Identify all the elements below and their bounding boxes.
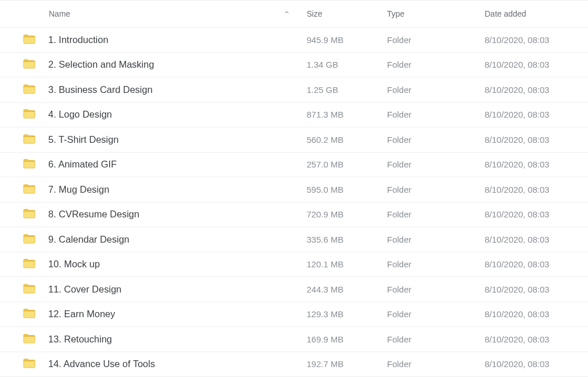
row-type-cell: Folder: [387, 334, 485, 344]
row-name-cell: 2. Selection and Masking: [48, 59, 307, 70]
row-type-text: Folder: [387, 235, 412, 244]
row-date-cell: 8/10/2020, 08:03: [485, 359, 588, 369]
table-row[interactable]: 8. CVResume Design720.9 MBFolder8/10/202…: [0, 202, 588, 228]
row-name-cell: 1. Introduction: [48, 34, 307, 45]
row-name-cell: 12. Earn Money: [48, 309, 307, 319]
row-name-text: 4. Logo Design: [48, 109, 112, 120]
row-icon-cell: [23, 233, 48, 245]
row-size-text: 120.1 MB: [307, 259, 343, 269]
row-date-text: 8/10/2020, 08:03: [485, 60, 550, 69]
row-name-cell: 3. Business Card Design: [48, 84, 307, 95]
file-list-table: Name ⌃ Size Type Date added 1. Introduct…: [0, 0, 588, 377]
table-row[interactable]: 12. Earn Money129.3 MBFolder8/10/2020, 0…: [0, 302, 588, 328]
row-type-text: Folder: [387, 110, 412, 119]
table-row[interactable]: 13. Retouching169.9 MBFolder8/10/2020, 0…: [0, 327, 588, 352]
row-name-text: 5. T-Shirt Design: [48, 134, 119, 145]
table-row[interactable]: 4. Logo Design871.3 MBFolder8/10/2020, 0…: [0, 103, 588, 128]
row-date-cell: 8/10/2020, 08:03: [485, 35, 588, 45]
row-size-cell: 192.7 MB: [307, 359, 387, 369]
row-size-text: 244.3 MB: [307, 285, 343, 294]
table-row[interactable]: 3. Business Card Design1.25 GBFolder8/10…: [0, 77, 588, 103]
row-type-cell: Folder: [387, 259, 485, 269]
row-size-text: 945.9 MB: [307, 35, 343, 45]
row-name-cell: 5. T-Shirt Design: [48, 134, 307, 145]
row-date-cell: 8/10/2020, 08:03: [485, 159, 588, 169]
row-name-cell: 14. Advance Use of Tools: [48, 358, 307, 369]
row-date-cell: 8/10/2020, 08:03: [485, 110, 588, 119]
row-icon-cell: [23, 308, 48, 320]
table-row[interactable]: 1. Introduction945.9 MBFolder8/10/2020, …: [0, 28, 588, 53]
row-type-cell: Folder: [387, 185, 485, 194]
row-icon-cell: [23, 108, 48, 120]
row-size-text: 1.25 GB: [307, 85, 338, 95]
row-size-text: 192.7 MB: [307, 359, 343, 369]
table-row[interactable]: 7. Mug Design595.0 MBFolder8/10/2020, 08…: [0, 177, 588, 202]
row-size-cell: 945.9 MB: [307, 35, 387, 45]
table-row[interactable]: 14. Advance Use of Tools192.7 MBFolder8/…: [0, 352, 588, 377]
folder-icon: [23, 84, 36, 96]
row-icon-cell: [23, 59, 48, 71]
row-icon-cell: [23, 208, 48, 220]
row-type-text: Folder: [387, 209, 412, 219]
table-row[interactable]: 11. Cover Design244.3 MBFolder8/10/2020,…: [0, 277, 588, 302]
row-name-cell: 9. Calendar Design: [48, 234, 307, 245]
table-row[interactable]: 6. Animated GIF257.0 MBFolder8/10/2020, …: [0, 153, 588, 178]
row-name-text: 13. Retouching: [48, 334, 112, 345]
row-name-cell: 10. Mock up: [48, 259, 307, 270]
row-icon-cell: [23, 134, 48, 146]
column-header-type[interactable]: Type: [387, 9, 485, 18]
row-size-cell: 560.2 MB: [307, 135, 387, 145]
row-size-cell: 1.25 GB: [307, 85, 387, 95]
row-size-text: 560.2 MB: [307, 135, 343, 145]
row-size-cell: 595.0 MB: [307, 185, 387, 194]
row-date-cell: 8/10/2020, 08:03: [485, 285, 588, 294]
table-row[interactable]: 2. Selection and Masking1.34 GBFolder8/1…: [0, 53, 588, 78]
row-size-cell: 871.3 MB: [307, 110, 387, 119]
row-type-text: Folder: [387, 135, 412, 145]
column-header-date-added[interactable]: Date added: [485, 9, 588, 18]
row-date-cell: 8/10/2020, 08:03: [485, 209, 588, 219]
row-type-cell: Folder: [387, 209, 485, 219]
row-date-cell: 8/10/2020, 08:03: [485, 85, 588, 95]
row-type-cell: Folder: [387, 285, 485, 294]
row-name-text: 10. Mock up: [48, 259, 100, 270]
row-name-cell: 8. CVResume Design: [48, 209, 307, 220]
row-date-text: 8/10/2020, 08:03: [485, 309, 550, 319]
row-icon-cell: [23, 84, 48, 96]
row-size-cell: 257.0 MB: [307, 159, 387, 169]
folder-icon: [23, 233, 36, 245]
row-date-text: 8/10/2020, 08:03: [485, 209, 550, 219]
table-row[interactable]: 5. T-Shirt Design560.2 MBFolder8/10/2020…: [0, 127, 588, 153]
row-size-cell: 720.9 MB: [307, 209, 387, 219]
folder-icon: [23, 358, 36, 370]
table-row[interactable]: 9. Calendar Design335.6 MBFolder8/10/202…: [0, 227, 588, 252]
table-row[interactable]: 10. Mock up120.1 MBFolder8/10/2020, 08:0…: [0, 252, 588, 278]
folder-icon: [23, 208, 36, 220]
row-date-text: 8/10/2020, 08:03: [485, 35, 550, 45]
row-size-text: 720.9 MB: [307, 209, 343, 219]
folder-icon: [23, 283, 36, 295]
row-date-cell: 8/10/2020, 08:03: [485, 185, 588, 194]
column-header-size[interactable]: Size: [307, 9, 387, 18]
column-header-name[interactable]: Name ⌃: [48, 9, 307, 18]
row-icon-cell: [23, 258, 48, 270]
row-name-cell: 6. Animated GIF: [48, 159, 307, 170]
row-type-text: Folder: [387, 185, 412, 194]
row-type-text: Folder: [387, 285, 412, 294]
row-icon-cell: [23, 358, 48, 370]
folder-icon: [23, 134, 36, 146]
row-date-text: 8/10/2020, 08:03: [485, 285, 550, 294]
folder-icon: [23, 333, 36, 345]
row-icon-cell: [23, 333, 48, 345]
row-date-cell: 8/10/2020, 08:03: [485, 235, 588, 244]
row-date-text: 8/10/2020, 08:03: [485, 135, 550, 145]
row-size-text: 595.0 MB: [307, 185, 343, 194]
row-date-cell: 8/10/2020, 08:03: [485, 309, 588, 319]
row-date-cell: 8/10/2020, 08:03: [485, 334, 588, 344]
row-name-text: 8. CVResume Design: [48, 209, 140, 220]
row-name-text: 2. Selection and Masking: [48, 59, 154, 70]
row-size-text: 129.3 MB: [307, 309, 343, 319]
row-date-text: 8/10/2020, 08:03: [485, 85, 550, 95]
row-date-cell: 8/10/2020, 08:03: [485, 60, 588, 69]
row-date-text: 8/10/2020, 08:03: [485, 110, 550, 119]
